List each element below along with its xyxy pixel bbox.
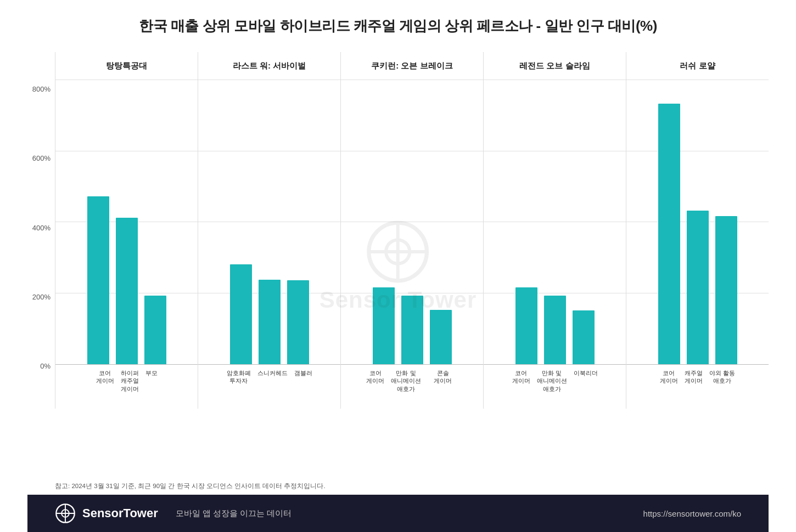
bar-wrapper	[573, 310, 595, 364]
bar-label-5-3: 야외 활동애호가	[709, 369, 735, 385]
bar-label-3-3: 콘솔 게이머	[428, 369, 458, 385]
bar-wrapper	[658, 104, 680, 364]
bar-3-3	[430, 310, 452, 364]
bar-2-1	[230, 264, 252, 364]
grid-line	[198, 151, 340, 151]
bar-wrapper	[515, 287, 537, 364]
bar-wrapper	[401, 296, 423, 364]
grid-line	[341, 222, 483, 222]
bar-label-2-1: 암호화폐투자자	[227, 369, 251, 385]
main-container: 한국 매출 상위 모바일 하이브리드 캐주얼 게임의 상위 페르소나 - 일반 …	[0, 0, 796, 532]
x-labels-5: 코어게이머캐주얼게이머야외 활동애호가	[626, 365, 769, 409]
bars-container-4	[484, 287, 626, 364]
bar-wrapper	[144, 296, 166, 364]
bar-label-2-2: 스니커헤드	[257, 369, 288, 377]
grid-line	[484, 222, 626, 222]
y-axis-label: 0%	[40, 362, 51, 370]
bar-4-1	[515, 287, 537, 364]
bar-5-1	[658, 104, 680, 364]
bar-label-5-1: 코어게이머	[660, 369, 678, 385]
bar-label-1-1: 코어게이머	[96, 369, 114, 385]
chart-section-1: 탕탕특공대코어게이머하이퍼캐주얼게이머부모	[55, 52, 198, 409]
bar-wrapper	[715, 216, 737, 364]
bar-2-2	[259, 280, 281, 364]
bar-wrapper	[87, 196, 109, 364]
footer: SensorTower 모바일 앱 성장을 이끄는 데이터 https://se…	[27, 495, 769, 532]
x-labels-4: 코어게이머만화 및애니메이션애호가이북리더	[484, 365, 626, 409]
chart-title-2: 라스트 워: 서바이벌	[198, 52, 340, 80]
bar-3-2	[401, 296, 423, 364]
bar-wrapper	[259, 280, 281, 364]
bar-1-3	[144, 296, 166, 364]
bar-label-4-1: 코어게이머	[512, 369, 530, 385]
y-axis-label: 600%	[32, 154, 51, 162]
page-title: 한국 매출 상위 모바일 하이브리드 캐주얼 게임의 상위 페르소나 - 일반 …	[27, 16, 769, 36]
chart-title-1: 탕탕특공대	[55, 52, 198, 80]
y-axis-labels: 800%600%400%200%0%	[27, 85, 55, 370]
chart-title-3: 쿠키런: 오븐 브레이크	[341, 52, 483, 80]
bar-2-3	[287, 280, 309, 364]
chart-section-3: 쿠키런: 오븐 브레이크코어게이머만화 및애니메이션애호가콘솔 게이머	[340, 52, 483, 409]
chart-title-5: 러쉬 로얄	[626, 52, 769, 80]
x-labels-3: 코어게이머만화 및애니메이션애호가콘솔 게이머	[341, 365, 483, 409]
grid-line	[484, 80, 626, 80]
bar-1-2	[116, 218, 138, 364]
chart-title-4: 레전드 오브 슬라임	[484, 52, 626, 80]
bars-container-2	[198, 264, 340, 364]
charts-grid: 탕탕특공대코어게이머하이퍼캐주얼게이머부모라스트 워: 서바이벌암호화폐투자자스…	[55, 52, 769, 409]
chart-section-5: 러쉬 로얄코어게이머캐주얼게이머야외 활동애호가	[626, 52, 769, 409]
chart-section-2: 라스트 워: 서바이벌암호화폐투자자스니커헤드갬블러	[198, 52, 340, 409]
bar-wrapper	[430, 310, 452, 364]
y-axis-label: 800%	[32, 85, 51, 93]
bar-label-1-2: 하이퍼캐주얼게이머	[121, 369, 139, 393]
bar-5-2	[687, 211, 709, 364]
bar-4-2	[544, 296, 566, 364]
grid-line	[55, 80, 198, 80]
bar-label-5-2: 캐주얼게이머	[685, 369, 703, 385]
bar-wrapper	[230, 264, 252, 364]
chart-plot-4	[484, 80, 626, 365]
bar-wrapper	[116, 218, 138, 364]
x-labels-2: 암호화폐투자자스니커헤드갬블러	[198, 365, 340, 409]
chart-plot-5	[626, 80, 769, 365]
bar-wrapper	[287, 280, 309, 364]
bars-container-1	[55, 196, 198, 364]
chart-plot-1	[55, 80, 198, 365]
bar-label-2-3: 갬블러	[294, 369, 312, 377]
footer-url: https://sensortower.com/ko	[643, 509, 741, 518]
bar-5-3	[715, 216, 737, 364]
grid-line	[198, 222, 340, 222]
y-axis-label: 200%	[32, 293, 51, 301]
bar-wrapper	[687, 211, 709, 364]
chart-plot-2	[198, 80, 340, 365]
bar-label-4-2: 만화 및애니메이션애호가	[537, 369, 567, 393]
bar-label-1-3: 부모	[145, 369, 158, 377]
footer-brand: SensorTower	[82, 506, 158, 520]
grid-line	[626, 80, 769, 80]
footer-logo-icon	[55, 503, 76, 524]
y-axis-label: 400%	[32, 224, 51, 232]
chart-section-4: 레전드 오브 슬라임코어게이머만화 및애니메이션애호가이북리더	[483, 52, 626, 409]
chart-plot-3	[341, 80, 483, 365]
grid-line	[341, 151, 483, 151]
bar-wrapper	[373, 287, 395, 364]
bars-container-3	[341, 287, 483, 364]
footer-tagline: 모바일 앱 성장을 이끄는 데이터	[176, 508, 292, 519]
grid-line	[341, 80, 483, 80]
bar-label-4-3: 이북리더	[574, 369, 598, 377]
bar-4-3	[573, 310, 595, 364]
bar-label-3-2: 만화 및애니메이션애호가	[391, 369, 421, 393]
charts-area: 800%600%400%200%0% 탕탕특공대코어게이머하이퍼캐주얼게이머부모…	[27, 52, 769, 477]
grid-line	[198, 80, 340, 80]
bar-wrapper	[544, 296, 566, 364]
grid-line	[55, 151, 198, 151]
y-axis: 800%600%400%200%0%	[27, 52, 55, 370]
grid-line	[484, 151, 626, 151]
footnote: 참고: 2024년 3월 31일 기준, 최근 90일 간 한국 시장 오디언스…	[27, 477, 769, 495]
bar-1-1	[87, 196, 109, 364]
footer-left: SensorTower 모바일 앱 성장을 이끄는 데이터	[55, 503, 292, 524]
bar-3-1	[373, 287, 395, 364]
x-labels-1: 코어게이머하이퍼캐주얼게이머부모	[55, 365, 198, 409]
bar-label-3-1: 코어게이머	[366, 369, 384, 385]
bars-container-5	[626, 104, 769, 364]
